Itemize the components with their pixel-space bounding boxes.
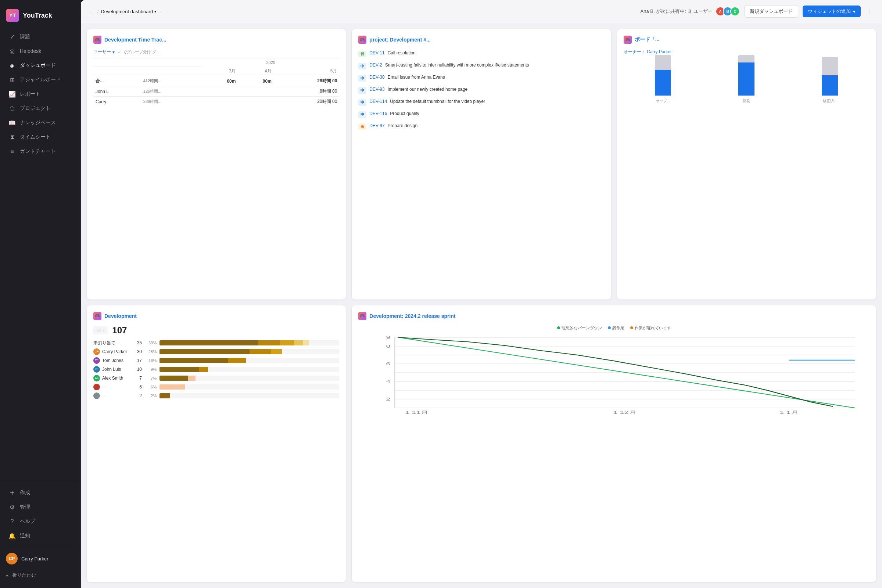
list-item: 高 DEV-97 Prepare design bbox=[358, 122, 604, 132]
month-col-4: 4月 bbox=[238, 66, 273, 76]
time-tracking-widget: 🎮 Development Time Trac... ユーザー ▾ » でグルー… bbox=[87, 29, 346, 300]
svg-text:2: 2 bbox=[386, 396, 391, 401]
dashboard-grid: 🎮 Development Time Trac... ユーザー ▾ » でグルー… bbox=[81, 23, 882, 588]
list-item: 低 DEV-11 Call resolution bbox=[358, 49, 604, 59]
chart-area: 9 8 6 4 2 1 11月 1 12月 1 1月 bbox=[358, 334, 870, 414]
chevron-down-icon: ▾ bbox=[853, 9, 855, 14]
collapse-label: 折りたたむ bbox=[12, 572, 36, 579]
dev-bar bbox=[159, 384, 339, 390]
widget-header: 🎮 ボード「... bbox=[624, 36, 870, 44]
svg-text:8: 8 bbox=[386, 344, 391, 348]
sidebar-divider bbox=[6, 546, 75, 546]
bar-group: オープ... bbox=[624, 55, 703, 104]
priority-badge: 中 bbox=[358, 75, 366, 82]
mini-avatar: AS bbox=[93, 375, 100, 381]
projects-icon: ⬡ bbox=[9, 105, 15, 112]
widget-title: Development: 2024.2 release sprint bbox=[369, 313, 455, 319]
topbar-menu-icon[interactable]: ⋮ bbox=[865, 8, 874, 15]
sidebar-item-dashboard[interactable]: ◈ ダッシュボード bbox=[3, 58, 78, 72]
mini-avatar bbox=[93, 384, 100, 390]
help-icon: ? bbox=[9, 518, 15, 525]
sidebar-item-knowledge[interactable]: 📖 ナレッジベース bbox=[3, 116, 78, 130]
svg-text:9: 9 bbox=[386, 335, 391, 340]
add-widget-button[interactable]: ウィジェットの追加 ▾ bbox=[802, 6, 861, 17]
dev-bar bbox=[159, 349, 339, 354]
sidebar-item-help[interactable]: ? ヘルプ bbox=[3, 514, 78, 528]
dev-bar bbox=[159, 393, 339, 398]
sidebar-item-timesheet[interactable]: ⧗ タイムシート bbox=[3, 130, 78, 144]
share-info: Ana B. が次に共有中: ３ ユーザー A B C bbox=[640, 7, 740, 16]
svg-text:4: 4 bbox=[386, 379, 391, 384]
priority-badge: 中 bbox=[358, 63, 366, 69]
issues-widget: 🎮 project: Development #... 低 DEV-11 Cal… bbox=[352, 29, 611, 300]
dev-row: ··· 2 2% bbox=[93, 393, 339, 399]
table-row: 合... 412時間... 00m 00m 28時間 00 bbox=[93, 76, 339, 86]
sidebar: YT YouTrack ✓ 課題 ◎ Helpdesk ◈ ダッシュボード ⊞ … bbox=[0, 0, 81, 588]
tt-controls: ユーザー ▾ » でグループ分け グ... bbox=[93, 49, 339, 55]
collapse-icon: « bbox=[6, 573, 9, 578]
sidebar-item-agile[interactable]: ⊞ アジャイルボード bbox=[3, 73, 78, 87]
sidebar-item-create[interactable]: + 作成 bbox=[3, 486, 78, 500]
board-chart: オープ... 開発 修正済... bbox=[624, 60, 870, 104]
reports-icon: 📈 bbox=[9, 91, 15, 98]
bar-group: 開発 bbox=[707, 55, 786, 104]
widget-header: 🎮 Development bbox=[93, 312, 339, 320]
dev-bar bbox=[159, 358, 339, 363]
sidebar-item-issues[interactable]: ✓ 課題 bbox=[3, 30, 78, 44]
bar-label: オープ... bbox=[656, 99, 670, 104]
user-filter[interactable]: ユーザー ▾ bbox=[93, 49, 115, 55]
chart-legend: 理想的なバーンダウン 残作業 作業が遅れています bbox=[358, 325, 870, 331]
dashboard-title[interactable]: Development dashboard ▾ bbox=[101, 9, 156, 14]
current-user[interactable]: CP Carry Parker bbox=[0, 549, 81, 568]
sidebar-item-admin[interactable]: ⚙ 管理 bbox=[3, 500, 78, 514]
new-dashboard-button[interactable]: 新規ダッシュボード bbox=[744, 5, 798, 18]
board-owner-name: Carry Parker bbox=[647, 49, 672, 54]
svg-text:6: 6 bbox=[386, 361, 391, 366]
bar-group: 修正済... bbox=[790, 57, 870, 104]
development-widget: 🎮 Development All ▾ 107 未割り当て 35 33% bbox=[87, 305, 346, 582]
chevron-down-icon: ▾ bbox=[154, 9, 156, 14]
logo[interactable]: YT YouTrack bbox=[0, 6, 81, 29]
helpdesk-icon: ◎ bbox=[9, 48, 15, 54]
dev-filter[interactable]: All ▾ bbox=[93, 326, 108, 334]
widget-icon: 🎮 bbox=[358, 312, 366, 320]
dev-row: 未割り当て 35 33% bbox=[93, 340, 339, 346]
legend-item: 残作業 bbox=[608, 325, 624, 331]
widget-title: project: Development #... bbox=[369, 37, 430, 43]
svg-text:1 1月: 1 1月 bbox=[780, 410, 799, 414]
sprint-widget: 🎮 Development: 2024.2 release sprint 理想的… bbox=[352, 305, 876, 582]
widget-icon: 🎮 bbox=[358, 36, 366, 44]
gear-icon: ⚙ bbox=[9, 504, 15, 510]
dev-bar bbox=[159, 340, 339, 345]
widget-header: 🎮 Development: 2024.2 release sprint bbox=[358, 312, 870, 320]
sidebar-item-notifications[interactable]: 🔔 通知 bbox=[3, 529, 78, 543]
sidebar-item-projects[interactable]: ⬡ プロジェクト bbox=[3, 101, 78, 116]
svg-text:1 11月: 1 11月 bbox=[405, 410, 429, 414]
sidebar-item-gantt[interactable]: ≡ ガントチャート bbox=[3, 144, 78, 158]
main-nav: ✓ 課題 ◎ Helpdesk ◈ ダッシュボード ⊞ アジャイルボード 📈 レ… bbox=[0, 29, 81, 159]
plus-icon: + bbox=[9, 489, 15, 496]
widget-title: Development Time Trac... bbox=[104, 37, 166, 43]
board-owner: オーナー： Carry Parker bbox=[624, 49, 870, 55]
agile-icon: ⊞ bbox=[9, 76, 15, 83]
table-row: Carry 286時間... 20時間 00 bbox=[93, 97, 339, 107]
collapse-button[interactable]: « 折りたたむ bbox=[0, 568, 81, 582]
legend-item: 理想的なバーンダウン bbox=[557, 325, 602, 331]
logo-icon: YT bbox=[6, 9, 19, 22]
sidebar-item-reports[interactable]: 📈 レポート bbox=[3, 87, 78, 101]
mini-avatar: JL bbox=[93, 366, 100, 373]
main-content: ... / Development dashboard ▾ ··· Ana B.… bbox=[81, 0, 882, 588]
list-item: 中 DEV-114 Update the default thumbnail f… bbox=[358, 98, 604, 107]
sidebar-item-helpdesk[interactable]: ◎ Helpdesk bbox=[3, 44, 78, 58]
sprint-chart: 9 8 6 4 2 1 11月 1 12月 1 1月 bbox=[358, 334, 870, 414]
time-table: 2020 3月 4月 5月 合... 412時間... 00m 00m bbox=[93, 58, 339, 106]
dashboard-options-icon[interactable]: ··· bbox=[158, 9, 162, 14]
widget-title: ボード「... bbox=[634, 36, 660, 43]
breadcrumb-more[interactable]: ... bbox=[88, 8, 95, 15]
topbar: ... / Development dashboard ▾ ··· Ana B.… bbox=[81, 0, 882, 23]
bar-label: 開発 bbox=[743, 99, 750, 104]
priority-badge: 高 bbox=[358, 123, 366, 130]
month-col-3: 3月 bbox=[202, 66, 238, 76]
sidebar-bottom: + 作成 ⚙ 管理 ? ヘルプ 🔔 通知 CP Carry Parker « 折… bbox=[0, 481, 81, 582]
priority-badge: 低 bbox=[358, 51, 366, 57]
